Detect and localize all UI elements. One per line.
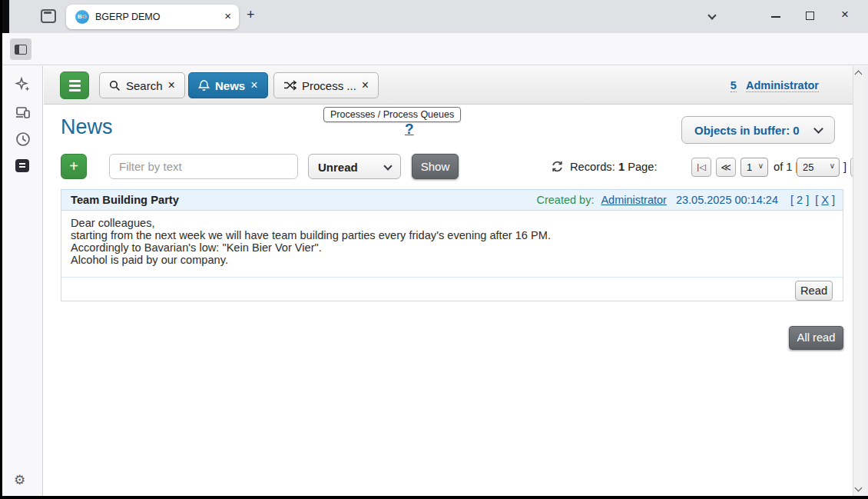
- tab-process-label: Process ...: [302, 79, 356, 92]
- close-x[interactable]: X: [821, 194, 829, 206]
- refresh-icon[interactable]: [551, 160, 564, 173]
- chevron-down-icon: [813, 124, 823, 134]
- browser-toolbar: ← → ↻ ⌂ demo.bgerp.org/user/news ☆ S A: [2, 33, 868, 65]
- synced-tabs-icon[interactable]: [14, 103, 32, 121]
- page-number-select[interactable]: 1∨: [740, 158, 768, 177]
- bgerp-page: Search × News × Process ... × 5Administr…: [44, 66, 853, 496]
- bookmarks-panel-icon[interactable]: [15, 159, 29, 172]
- filter-input[interactable]: [109, 154, 298, 179]
- app-menu-button[interactable]: [60, 72, 89, 99]
- first-page-button[interactable]: |◁: [691, 158, 711, 177]
- records-text: Records: 1 Page:: [570, 161, 658, 173]
- browser-window: BG BGERP DEMO × + × ← → ↻ ⌂ demo.bgerp.o…: [2, 0, 868, 496]
- user-link[interactable]: 5Administrator: [731, 79, 819, 91]
- tab-search-label: Search: [126, 79, 163, 92]
- window-minimize-button[interactable]: [771, 16, 780, 18]
- scroll-up-icon[interactable]: [855, 71, 863, 78]
- sidebar-toggle-button[interactable]: [10, 38, 31, 60]
- help-link[interactable]: ?: [405, 121, 414, 138]
- window-edge: [863, 66, 868, 496]
- user-id[interactable]: 5: [731, 79, 737, 92]
- firefox-view-icon[interactable]: [41, 9, 56, 23]
- sidebar-settings-gear-icon[interactable]: ⚙: [14, 472, 32, 491]
- all-read-button[interactable]: All read: [789, 326, 843, 350]
- list-all-tabs-icon[interactable]: [707, 11, 716, 19]
- buffer-label: Objects in buffer: 0: [694, 124, 800, 137]
- window-close-button[interactable]: ×: [841, 7, 849, 22]
- page-title: News: [61, 115, 113, 139]
- news-body-line: starting from the next week we will have…: [71, 229, 833, 241]
- news-count-badge: [ 2 ]: [790, 194, 809, 206]
- tab-news[interactable]: News ×: [188, 72, 268, 98]
- history-clock-icon[interactable]: [14, 130, 32, 148]
- ai-chatbot-sparkle-icon[interactable]: [14, 75, 32, 94]
- tab-search[interactable]: Search ×: [99, 72, 185, 98]
- shuffle-icon: [283, 80, 297, 91]
- prev-page-button[interactable]: ≪: [716, 158, 736, 177]
- add-news-button[interactable]: +: [61, 154, 87, 179]
- sidebar-icon: [15, 45, 27, 55]
- page-of-text: of 1 [: [774, 161, 799, 173]
- objects-in-buffer-dropdown[interactable]: Objects in buffer: 0: [681, 116, 835, 144]
- page-scrollbar[interactable]: [853, 66, 863, 496]
- browser-tab[interactable]: BG BGERP DEMO ×: [66, 5, 239, 29]
- read-button[interactable]: Read: [795, 281, 833, 301]
- tab-close-icon[interactable]: ×: [362, 78, 369, 92]
- news-timestamp: 23.05.2025 00:14:24: [676, 194, 778, 206]
- page-size-select[interactable]: 25∨: [797, 158, 840, 177]
- site-favicon: BG: [75, 10, 89, 24]
- filter-mode-select[interactable]: Unread: [308, 154, 401, 179]
- news-body-line: Dear colleagues,: [71, 217, 833, 229]
- news-item-body: Dear colleagues, starting from the next …: [61, 211, 843, 277]
- window-maximize-button[interactable]: [806, 12, 814, 20]
- tab-title: BGERP DEMO: [95, 12, 161, 22]
- tab-close-icon[interactable]: ×: [168, 78, 175, 92]
- author-link[interactable]: Administrator: [601, 194, 666, 206]
- browser-tab-strip: BG BGERP DEMO × + ×: [2, 0, 868, 33]
- show-button[interactable]: Show: [412, 154, 459, 179]
- new-tab-button[interactable]: +: [247, 7, 255, 23]
- news-item-footer: Read: [61, 277, 843, 302]
- created-by-label: Created by:: [536, 194, 594, 206]
- news-item: Team Building Party Created by: Administ…: [61, 189, 843, 301]
- user-name[interactable]: Administrator: [746, 79, 819, 92]
- filter-mode-value: Unread: [318, 161, 358, 174]
- search-icon: [109, 80, 121, 91]
- news-body-line: Alcohol is paid by our company.: [71, 254, 833, 266]
- news-item-title: Team Building Party: [71, 194, 179, 206]
- bell-icon: [198, 79, 210, 91]
- news-item-header: Team Building Party Created by: Administ…: [61, 190, 843, 211]
- bracket-close: ]: [843, 161, 846, 173]
- menu-icon: [69, 85, 81, 87]
- news-item-meta: Created by: Administrator 23.05.2025 00:…: [536, 194, 835, 206]
- help-tooltip: Processes / Process Queues: [323, 107, 461, 122]
- chevron-down-icon: [383, 161, 392, 170]
- tab-news-label: News: [215, 79, 245, 92]
- news-close-link[interactable]: [ X ]: [815, 194, 835, 206]
- app-header: Search × News × Process ... × 5Administr…: [44, 66, 853, 105]
- tab-close-icon[interactable]: ×: [250, 78, 257, 92]
- firefox-sidebar: ⚙: [2, 66, 43, 496]
- records-count: 1: [618, 161, 624, 173]
- scroll-down-icon[interactable]: [855, 484, 863, 492]
- tab-close-icon[interactable]: ×: [224, 9, 231, 22]
- window-edge: [2, 0, 9, 33]
- news-body-line: Accordingly to Bavarian's low: "Kein Bie…: [71, 241, 833, 254]
- tab-process[interactable]: Process ... ×: [273, 72, 379, 98]
